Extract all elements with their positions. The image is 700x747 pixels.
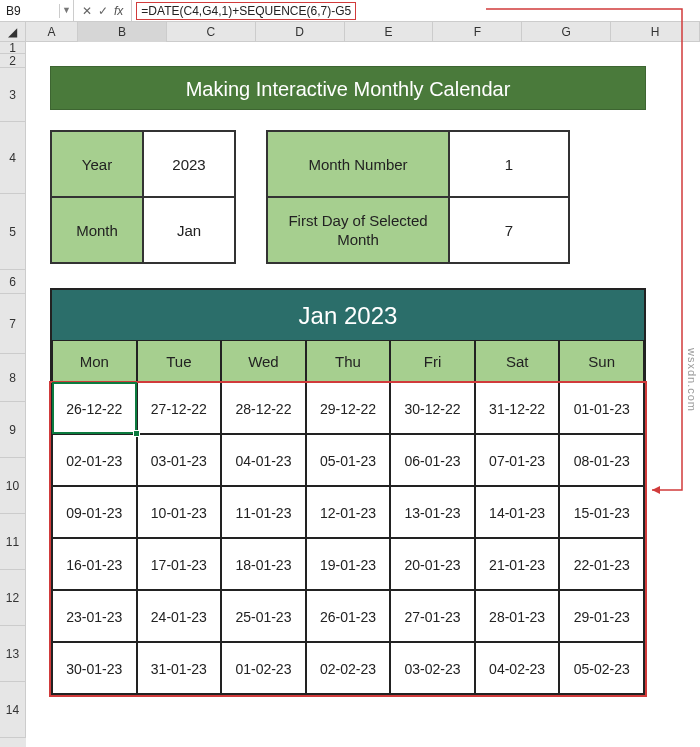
first-day-value[interactable]: 7 [449, 197, 569, 263]
column-headers: ◢ A B C D E F G H [0, 22, 700, 42]
calendar-cell[interactable]: 26-12-22 [52, 382, 137, 434]
formula-bar: B9 ▼ ✕ ✓ fx =DATE(C4,G4,1)+SEQUENCE(6,7)… [0, 0, 700, 22]
month-number-label: Month Number [267, 131, 449, 197]
calendar-cell[interactable]: 09-01-23 [52, 486, 137, 538]
calendar-cell[interactable]: 07-01-23 [475, 434, 560, 486]
row-1[interactable]: 1 [0, 42, 26, 54]
watermark: wsxdn.com [686, 348, 698, 412]
calendar-cell[interactable]: 17-01-23 [137, 538, 222, 590]
weekday-sun: Sun [559, 340, 644, 382]
calendar-cell[interactable]: 08-01-23 [559, 434, 644, 486]
weekday-tue: Tue [137, 340, 222, 382]
fx-icon[interactable]: fx [114, 4, 123, 18]
calendar-cell[interactable]: 29-12-22 [306, 382, 391, 434]
calendar-cell[interactable]: 29-01-23 [559, 590, 644, 642]
month-number-value[interactable]: 1 [449, 131, 569, 197]
fill-handle[interactable] [133, 430, 140, 437]
select-all-corner[interactable]: ◢ [0, 22, 26, 42]
col-F[interactable]: F [433, 22, 522, 42]
calendar-cell[interactable]: 19-01-23 [306, 538, 391, 590]
row-12[interactable]: 12 [0, 570, 26, 626]
row-8[interactable]: 8 [0, 354, 26, 402]
calendar-cell[interactable]: 22-01-23 [559, 538, 644, 590]
year-value[interactable]: 2023 [143, 131, 235, 197]
calendar-cell[interactable]: 04-02-23 [475, 642, 560, 694]
weekday-mon: Mon [52, 340, 137, 382]
first-day-label: First Day of Selected Month [267, 197, 449, 263]
calendar-weekday-header: Mon Tue Wed Thu Fri Sat Sun [50, 340, 646, 382]
calendar-cell[interactable]: 13-01-23 [390, 486, 475, 538]
calendar-cell[interactable]: 27-12-22 [137, 382, 222, 434]
page-title: Making Interactive Monthly Calendar [50, 66, 646, 110]
calendar-cell[interactable]: 06-01-23 [390, 434, 475, 486]
calendar-cell[interactable]: 31-12-22 [475, 382, 560, 434]
calendar-cell[interactable]: 30-01-23 [52, 642, 137, 694]
month-label: Month [51, 197, 143, 263]
weekday-sat: Sat [475, 340, 560, 382]
row-3[interactable]: 3 [0, 68, 26, 122]
calendar-cell[interactable]: 04-01-23 [221, 434, 306, 486]
calendar-cell[interactable]: 23-01-23 [52, 590, 137, 642]
calendar-cell[interactable]: 30-12-22 [390, 382, 475, 434]
row-14[interactable]: 14 [0, 682, 26, 738]
weekday-thu: Thu [306, 340, 391, 382]
calendar-cell[interactable]: 16-01-23 [52, 538, 137, 590]
calendar-cell[interactable]: 20-01-23 [390, 538, 475, 590]
col-A[interactable]: A [26, 22, 78, 42]
calendar-cell[interactable]: 14-01-23 [475, 486, 560, 538]
calendar-cell[interactable]: 11-01-23 [221, 486, 306, 538]
col-G[interactable]: G [522, 22, 611, 42]
month-value[interactable]: Jan [143, 197, 235, 263]
calendar-cell[interactable]: 25-01-23 [221, 590, 306, 642]
sheet-content: Making Interactive Monthly Calendar Year… [26, 42, 700, 747]
formula-input[interactable]: =DATE(C4,G4,1)+SEQUENCE(6,7)-G5 [136, 2, 356, 20]
calendar-cell[interactable]: 10-01-23 [137, 486, 222, 538]
calendar-cell[interactable]: 18-01-23 [221, 538, 306, 590]
row-13[interactable]: 13 [0, 626, 26, 682]
row-9[interactable]: 9 [0, 402, 26, 458]
enter-icon[interactable]: ✓ [98, 4, 108, 18]
calendar-cell[interactable]: 21-01-23 [475, 538, 560, 590]
calendar-cell[interactable]: 02-01-23 [52, 434, 137, 486]
row-11[interactable]: 11 [0, 514, 26, 570]
calendar-cell[interactable]: 12-01-23 [306, 486, 391, 538]
name-box-dropdown[interactable]: ▼ [60, 0, 74, 21]
row-2[interactable]: 2 [0, 54, 26, 68]
col-D[interactable]: D [256, 22, 345, 42]
calendar-cell[interactable]: 28-01-23 [475, 590, 560, 642]
col-H[interactable]: H [611, 22, 700, 42]
params-left-table: Year 2023 Month Jan [50, 130, 236, 264]
calendar-cell[interactable]: 01-02-23 [221, 642, 306, 694]
calendar-cell[interactable]: 28-12-22 [221, 382, 306, 434]
weekday-wed: Wed [221, 340, 306, 382]
col-E[interactable]: E [345, 22, 434, 42]
row-6[interactable]: 6 [0, 270, 26, 294]
row-5[interactable]: 5 [0, 194, 26, 270]
calendar-cell[interactable]: 03-02-23 [390, 642, 475, 694]
calendar-title: Jan 2023 [50, 288, 646, 340]
col-C[interactable]: C [167, 22, 256, 42]
calendar-cell[interactable]: 05-01-23 [306, 434, 391, 486]
calendar-cell[interactable]: 31-01-23 [137, 642, 222, 694]
col-B[interactable]: B [78, 22, 167, 42]
name-box[interactable]: B9 [0, 4, 60, 18]
cancel-icon[interactable]: ✕ [82, 4, 92, 18]
calendar-cell[interactable]: 26-01-23 [306, 590, 391, 642]
year-label: Year [51, 131, 143, 197]
calendar-cell[interactable]: 15-01-23 [559, 486, 644, 538]
row-headers: 1 2 3 4 5 6 7 8 9 10 11 12 13 14 [0, 42, 26, 747]
weekday-fri: Fri [390, 340, 475, 382]
calendar-cell[interactable]: 27-01-23 [390, 590, 475, 642]
calendar-body: 26-12-2227-12-2228-12-2229-12-2230-12-22… [50, 382, 646, 696]
calendar-cell[interactable]: 05-02-23 [559, 642, 644, 694]
row-7[interactable]: 7 [0, 294, 26, 354]
calendar-cell[interactable]: 01-01-23 [559, 382, 644, 434]
calendar-cell[interactable]: 02-02-23 [306, 642, 391, 694]
calendar-cell[interactable]: 03-01-23 [137, 434, 222, 486]
row-10[interactable]: 10 [0, 458, 26, 514]
calendar-cell[interactable]: 24-01-23 [137, 590, 222, 642]
params-right-table: Month Number 1 First Day of Selected Mon… [266, 130, 570, 264]
row-4[interactable]: 4 [0, 122, 26, 194]
